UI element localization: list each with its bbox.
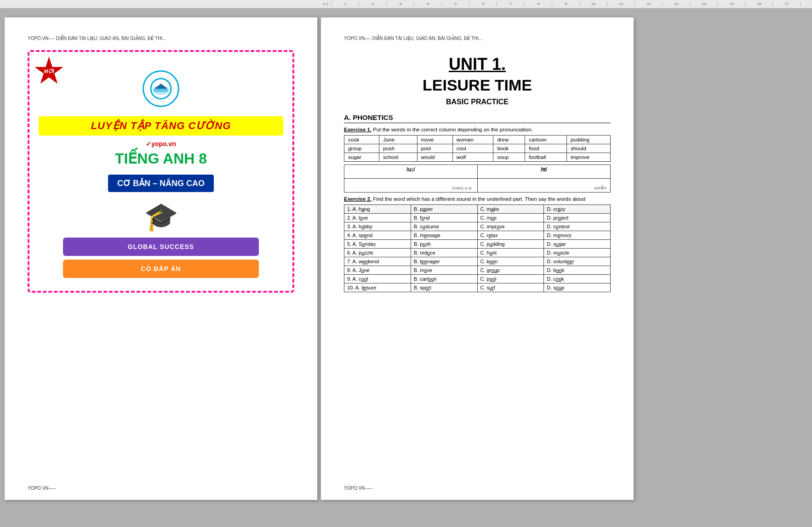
table-cell: C. improve [477,222,544,231]
ruler: ·1·1· ·1· ·2· ·3· ·4· ·5· ·6· ·7· ·8· ·9… [0,0,812,8]
tieng-anh-text: TIẾNG ANH 8 [39,150,283,167]
table-cell: B. fond [411,214,477,222]
phonetics-answer-table: /uː/ /ʊ/ YOPO.V N sụtẩm [344,164,611,193]
table-cell: drew [493,136,525,144]
phonetic-header-2: /ʊ/ [477,165,611,179]
table-cell: 6. A. puzzle [344,249,411,257]
table-cell: 4. A. spend [344,231,411,240]
table-row: cook June move woman drew cartoon puddin… [344,136,611,144]
table-row: 6. A. puzzle B. reduce C. hunt D. muscle [344,249,611,257]
table-cell: D. volunteer [544,257,611,266]
co-ban-text: CƠ BẢN – NÂNG CAO [117,179,205,188]
table-cell: group [344,144,379,153]
table-cell: pool [417,144,452,153]
table-cell: D. soup [544,283,611,292]
ruler-mark: ·3· [386,2,414,6]
table-cell: cool [452,144,493,153]
table-cell: football [525,153,567,162]
table-cell: C. relax [477,231,544,240]
table-cell: woman [452,136,493,144]
table-cell: school [379,153,417,162]
ruler-mark: ·18· [800,2,812,6]
ruler-mark: ·11· [607,2,635,6]
ruler-mark: ·8· [524,2,552,6]
table-cell: B. reduce [411,249,477,257]
table-cell: 10. A. leisure [344,283,411,292]
table-cell: B. push [411,240,477,249]
table-cell: B. message [411,231,477,240]
table-cell: B. move [411,266,477,275]
right-page-footer: YOPO.VN----- [344,486,372,491]
right-page-header: YOPO.VN---- DIỄN ĐÀN TÀI LIỆU, GIÁO ÁN, … [344,36,611,41]
unit-title: UNIT 1. [344,55,611,74]
table-cell: C. mop [477,214,544,222]
section-a-title: A. PHONETICS [344,113,611,123]
ruler-marks: ·1· ·2· ·3· ·4· ·5· ·6· ·7· ·8· ·9· ·10·… [331,2,812,6]
table-cell: C. pudding [477,240,544,249]
table-cell: B. paper [411,205,477,214]
table-row: 1. A. hang B. paper C. make D. crazy [344,205,611,214]
table-row: 2. A. love B. fond C. mop D. project [344,214,611,222]
table-cell: 3. A. hobby [344,222,411,231]
co-ban-banner: CƠ BẢN – NÂNG CAO [108,175,214,192]
table-cell: D. muscle [544,249,611,257]
word-table: cook June move woman drew cartoon puddin… [344,135,611,162]
table-cell: would [417,153,452,162]
table-cell: sugar [344,153,379,162]
table-cell: should [566,144,610,153]
phonetics-answer-ushort[interactable]: sụtẩm [477,179,611,193]
table-cell: B. teenager [411,257,477,266]
table-row: 9. A. cool B. cartoon C. pool D. cook [344,275,611,283]
exercise2-label: Exercise 2. [344,196,372,202]
table-cell: move [417,136,452,144]
ruler-mark: ·4· [414,2,441,6]
table-row: 4. A. spend B. message C. relax D. memor… [344,231,611,240]
exercise2-text: Find the word which has a different soun… [373,196,585,202]
global-success-button[interactable]: GLOBAL SUCCESS [63,238,259,256]
table-cell: 1. A. hang [344,205,411,214]
ruler-mark: ·1· [331,2,359,6]
table-cell: food [525,144,567,153]
luyen-tap-banner: LUYỆN TẬP TĂNG CƯỜNG [39,116,283,136]
table-cell: B. cartoon [411,275,477,283]
moi-label: MỚI [44,68,54,74]
table-cell: cartoon [525,136,567,144]
exercise1-label: Exercise 1. [344,127,372,132]
table-cell: D. contest [544,222,611,231]
phonetics-answer-ulong[interactable]: YOPO.V N [344,179,478,193]
phonetic-header-1: /uː/ [344,165,478,179]
leisure-title: LEISURE TIME [344,76,611,94]
exercise2-table: 1. A. hang B. paper C. make D. crazy 2. … [344,204,611,292]
graduation-icon: 🎓 [39,200,283,233]
co-dap-an-button[interactable]: CÓ ĐÁP ÁN [63,260,259,278]
table-cell: C. hunt [477,249,544,257]
ruler-mark: ·16· [745,2,772,6]
svg-rect-2 [154,88,168,92]
luyen-tap-text: LUYỆN TẬP TĂNG CƯỜNG [44,120,278,132]
ruler-mark: ·13· [662,2,690,6]
table-cell: B. costume [411,222,477,231]
left-page-header: YOPO.VN---- DIỄN ĐÀN TÀI LIỆU, GIÁO ÁN, … [28,36,294,41]
table-cell: C. pool [477,275,544,283]
ruler-mark: ·14· [690,2,717,6]
table-cell: cook [344,136,379,144]
table-cell: B. sport [411,283,477,292]
exercise1-instruction: Exercise 1. Put the words in the correct… [344,127,611,132]
table-cell: pudding [566,136,610,144]
table-row: 8. A. June B. move C. group D. book [344,266,611,275]
table-cell: C. group [477,266,544,275]
table-cell: improve [566,153,610,162]
ruler-mark: ·5· [441,2,469,6]
table-row: group push pool cool book food should [344,144,611,153]
table-row: sugar school would wolf soup football im… [344,153,611,162]
ruler-mark: ·2· [359,2,386,6]
table-cell: C. surf [477,283,544,292]
table-row: YOPO.V N sụtẩm [344,179,611,193]
ruler-mark: ·7· [497,2,524,6]
ruler-mark: ·9· [552,2,579,6]
table-cell: 8. A. June [344,266,411,275]
book-cover: MỚI LUYỆN TẬP TĂNG CƯỜNG ✓yopo.vn [28,50,294,293]
table-cell: book [493,144,525,153]
table-cell: wolf [452,153,493,162]
pages-container: YOPO.VN---- DIỄN ĐÀN TÀI LIỆU, GIÁO ÁN, … [0,8,812,509]
